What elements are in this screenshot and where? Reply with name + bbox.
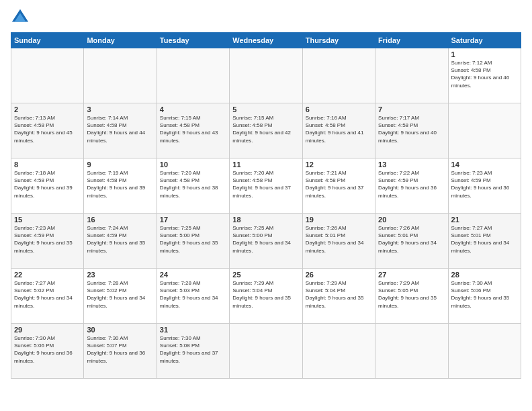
calendar-cell: 3Sunrise: 7:14 AMSunset: 4:58 PMDaylight… [84, 103, 157, 158]
calendar-week-row: 8Sunrise: 7:18 AMSunset: 4:58 PMDaylight… [11, 158, 521, 214]
day-number: 9 [87, 161, 153, 169]
calendar-header-cell: Tuesday [157, 33, 229, 48]
day-info: Sunrise: 7:25 AMSunset: 5:00 PMDaylight:… [160, 224, 226, 255]
day-number: 4 [160, 105, 226, 113]
calendar-cell: 31Sunrise: 7:30 AMSunset: 5:08 PMDayligh… [157, 324, 229, 379]
day-info: Sunrise: 7:27 AMSunset: 5:02 PMDaylight:… [14, 279, 81, 310]
day-info: Sunrise: 7:26 AMSunset: 5:01 PMDaylight:… [378, 224, 445, 255]
day-number: 27 [378, 271, 445, 279]
day-info: Sunrise: 7:17 AMSunset: 4:58 PMDaylight:… [378, 114, 445, 144]
calendar-cell: 2Sunrise: 7:13 AMSunset: 4:58 PMDaylight… [11, 103, 84, 158]
calendar-cell: 27Sunrise: 7:29 AMSunset: 5:05 PMDayligh… [375, 269, 448, 324]
day-info: Sunrise: 7:24 AMSunset: 4:59 PMDaylight:… [87, 224, 153, 255]
calendar-cell [375, 48, 448, 103]
calendar-cell: 1Sunrise: 7:12 AMSunset: 4:58 PMDaylight… [448, 48, 521, 103]
day-info: Sunrise: 7:29 AMSunset: 5:04 PMDaylight:… [232, 279, 299, 310]
day-number: 16 [87, 216, 153, 224]
calendar-cell: 7Sunrise: 7:17 AMSunset: 4:58 PMDaylight… [375, 103, 448, 158]
calendar-cell: 23Sunrise: 7:28 AMSunset: 5:02 PMDayligh… [84, 269, 157, 324]
day-number: 13 [378, 161, 445, 169]
calendar-cell: 4Sunrise: 7:15 AMSunset: 4:58 PMDaylight… [157, 103, 229, 158]
calendar-cell [230, 324, 302, 379]
calendar-week-row: 2Sunrise: 7:13 AMSunset: 4:58 PMDaylight… [11, 103, 521, 158]
day-number: 29 [14, 326, 81, 334]
calendar-cell: 9Sunrise: 7:19 AMSunset: 4:58 PMDaylight… [84, 158, 157, 214]
calendar-cell: 24Sunrise: 7:28 AMSunset: 5:03 PMDayligh… [157, 269, 229, 324]
day-number: 5 [232, 105, 299, 113]
day-number: 22 [14, 271, 81, 279]
calendar-body: 1Sunrise: 7:12 AMSunset: 4:58 PMDaylight… [11, 48, 521, 379]
day-info: Sunrise: 7:15 AMSunset: 4:58 PMDaylight:… [160, 114, 226, 144]
calendar-table: SundayMondayTuesdayWednesdayThursdayFrid… [11, 32, 521, 379]
day-number: 31 [160, 326, 226, 334]
calendar-cell: 26Sunrise: 7:29 AMSunset: 5:04 PMDayligh… [302, 269, 375, 324]
header [11, 8, 521, 27]
calendar-cell: 21Sunrise: 7:27 AMSunset: 5:01 PMDayligh… [448, 214, 521, 269]
calendar-cell: 30Sunrise: 7:30 AMSunset: 5:07 PMDayligh… [84, 324, 157, 379]
day-info: Sunrise: 7:22 AMSunset: 4:59 PMDaylight:… [378, 169, 445, 199]
day-number: 12 [306, 161, 372, 169]
day-number: 18 [232, 216, 299, 224]
calendar-cell [302, 48, 375, 103]
day-number: 19 [306, 216, 372, 224]
calendar-cell: 13Sunrise: 7:22 AMSunset: 4:59 PMDayligh… [375, 158, 448, 214]
day-info: Sunrise: 7:20 AMSunset: 4:58 PMDaylight:… [160, 169, 226, 199]
day-info: Sunrise: 7:12 AMSunset: 4:58 PMDaylight:… [451, 59, 518, 89]
day-number: 14 [451, 161, 518, 169]
day-number: 21 [451, 216, 518, 224]
day-info: Sunrise: 7:16 AMSunset: 4:58 PMDaylight:… [306, 114, 372, 144]
calendar-header-cell: Saturday [448, 33, 521, 48]
day-info: Sunrise: 7:25 AMSunset: 5:00 PMDaylight:… [232, 224, 299, 255]
day-info: Sunrise: 7:30 AMSunset: 5:06 PMDaylight:… [451, 279, 518, 310]
calendar-cell: 22Sunrise: 7:27 AMSunset: 5:02 PMDayligh… [11, 269, 84, 324]
calendar-cell: 20Sunrise: 7:26 AMSunset: 5:01 PMDayligh… [375, 214, 448, 269]
day-info: Sunrise: 7:29 AMSunset: 5:05 PMDaylight:… [378, 279, 445, 310]
calendar-cell [157, 48, 229, 103]
day-number: 30 [87, 326, 153, 334]
calendar-cell [375, 324, 448, 379]
day-number: 25 [232, 271, 299, 279]
calendar-cell: 18Sunrise: 7:25 AMSunset: 5:00 PMDayligh… [230, 214, 302, 269]
day-info: Sunrise: 7:19 AMSunset: 4:58 PMDaylight:… [87, 169, 153, 199]
calendar-cell: 19Sunrise: 7:26 AMSunset: 5:01 PMDayligh… [302, 214, 375, 269]
calendar-header-cell: Thursday [302, 33, 375, 48]
day-info: Sunrise: 7:23 AMSunset: 4:59 PMDaylight:… [14, 224, 81, 255]
calendar-cell: 14Sunrise: 7:23 AMSunset: 4:59 PMDayligh… [448, 158, 521, 214]
day-number: 2 [14, 105, 81, 113]
logo-icon [11, 8, 30, 27]
calendar-cell [302, 324, 375, 379]
calendar-cell: 16Sunrise: 7:24 AMSunset: 4:59 PMDayligh… [84, 214, 157, 269]
day-number: 23 [87, 271, 153, 279]
calendar-header-cell: Wednesday [230, 33, 302, 48]
day-number: 20 [378, 216, 445, 224]
logo [11, 8, 32, 27]
calendar-cell [230, 48, 302, 103]
day-info: Sunrise: 7:21 AMSunset: 4:58 PMDaylight:… [306, 169, 372, 199]
calendar-cell: 15Sunrise: 7:23 AMSunset: 4:59 PMDayligh… [11, 214, 84, 269]
calendar-page: SundayMondayTuesdayWednesdayThursdayFrid… [0, 0, 532, 411]
calendar-week-row: 22Sunrise: 7:27 AMSunset: 5:02 PMDayligh… [11, 269, 521, 324]
calendar-cell: 29Sunrise: 7:30 AMSunset: 5:06 PMDayligh… [11, 324, 84, 379]
day-number: 26 [306, 271, 372, 279]
day-info: Sunrise: 7:23 AMSunset: 4:59 PMDaylight:… [451, 169, 518, 199]
day-info: Sunrise: 7:26 AMSunset: 5:01 PMDaylight:… [306, 224, 372, 255]
day-number: 10 [160, 161, 226, 169]
calendar-cell: 17Sunrise: 7:25 AMSunset: 5:00 PMDayligh… [157, 214, 229, 269]
day-number: 3 [87, 105, 153, 113]
day-number: 6 [306, 105, 372, 113]
day-info: Sunrise: 7:18 AMSunset: 4:58 PMDaylight:… [14, 169, 81, 199]
calendar-cell [448, 324, 521, 379]
day-number: 1 [451, 50, 518, 58]
day-info: Sunrise: 7:13 AMSunset: 4:58 PMDaylight:… [14, 114, 81, 144]
calendar-cell [448, 103, 521, 158]
calendar-cell: 11Sunrise: 7:20 AMSunset: 4:58 PMDayligh… [230, 158, 302, 214]
day-info: Sunrise: 7:20 AMSunset: 4:58 PMDaylight:… [232, 169, 299, 199]
calendar-cell: 25Sunrise: 7:29 AMSunset: 5:04 PMDayligh… [230, 269, 302, 324]
calendar-week-row: 29Sunrise: 7:30 AMSunset: 5:06 PMDayligh… [11, 324, 521, 379]
calendar-cell: 10Sunrise: 7:20 AMSunset: 4:58 PMDayligh… [157, 158, 229, 214]
calendar-cell: 6Sunrise: 7:16 AMSunset: 4:58 PMDaylight… [302, 103, 375, 158]
calendar-cell: 8Sunrise: 7:18 AMSunset: 4:58 PMDaylight… [11, 158, 84, 214]
day-number: 7 [378, 105, 445, 113]
day-info: Sunrise: 7:29 AMSunset: 5:04 PMDaylight:… [306, 279, 372, 310]
day-info: Sunrise: 7:30 AMSunset: 5:06 PMDaylight:… [14, 334, 81, 365]
